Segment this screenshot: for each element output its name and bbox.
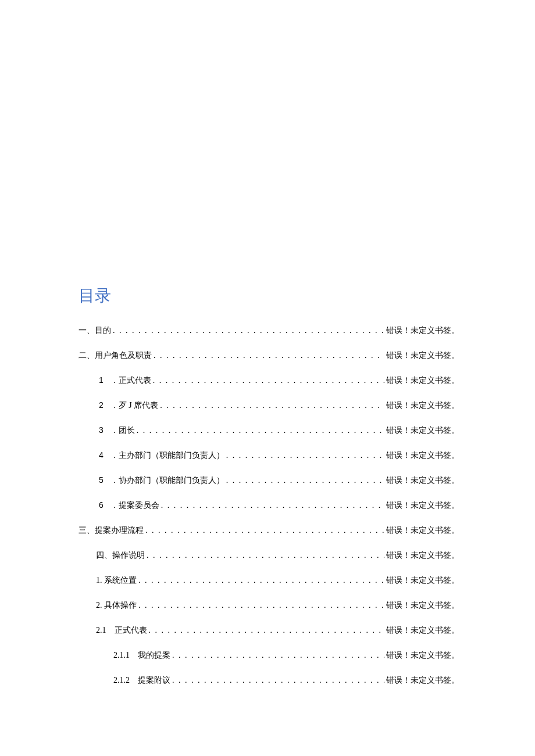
toc-entry-page: 错误！未定义书签。 — [386, 424, 459, 436]
toc-leader-dots: . . . . . . . . . . . . . . . . . . . . … — [160, 399, 384, 411]
toc-entry[interactable]: 6．提案委员会. . . . . . . . . . . . . . . . .… — [79, 499, 459, 511]
toc-entry-page: 错误！未定义书签。 — [386, 524, 459, 536]
toc-entry-page: 错误！未定义书签。 — [386, 574, 459, 586]
toc-entry-page: 错误！未定义书签。 — [386, 399, 459, 411]
toc-entry[interactable]: 一、目的. . . . . . . . . . . . . . . . . . … — [79, 324, 459, 336]
toc-entry-text: ．歹 J 席代表 — [110, 401, 158, 410]
toc-entry[interactable]: 2.1.2 提案附议. . . . . . . . . . . . . . . … — [79, 674, 459, 686]
toc-entry-label: 四、操作说明 — [96, 549, 145, 561]
toc-entry-text: 2. 具体操作 — [96, 601, 137, 610]
toc-entry-page: 错误！未定义书签。 — [386, 374, 459, 386]
toc-entry-label: 4．主办部门（职能部门负责人） — [99, 449, 224, 461]
toc-entry[interactable]: 4．主办部门（职能部门负责人）. . . . . . . . . . . . .… — [79, 449, 459, 461]
toc-entry-text: 2.1 正式代表 — [96, 626, 147, 635]
toc-entry[interactable]: 三、提案办理流程. . . . . . . . . . . . . . . . … — [79, 524, 459, 536]
toc-entry[interactable]: 1. 系统位置. . . . . . . . . . . . . . . . .… — [79, 574, 459, 586]
toc-entry-page: 错误！未定义书签。 — [386, 549, 459, 561]
toc-entry-number: 1 — [99, 375, 104, 385]
toc-entry-label: 三、提案办理流程 — [79, 524, 144, 536]
toc-entry[interactable]: 2. 具体操作. . . . . . . . . . . . . . . . .… — [79, 599, 459, 611]
toc-entry-page: 错误！未定义书签。 — [386, 449, 459, 461]
toc-entry-label: 1．正式代表 — [99, 374, 151, 386]
toc-entry-text: ．提案委员会 — [110, 501, 159, 510]
toc-entry-page: 错误！未定义书签。 — [386, 599, 459, 611]
toc-entry[interactable]: 二、用户角色及职责. . . . . . . . . . . . . . . .… — [79, 349, 459, 361]
toc-entry-label: 2.1.1 我的提案 — [113, 649, 170, 661]
toc-entry-text: 2.1.1 我的提案 — [113, 651, 170, 660]
toc-leader-dots: . . . . . . . . . . . . . . . . . . . . … — [172, 674, 384, 686]
toc-leader-dots: . . . . . . . . . . . . . . . . . . . . … — [161, 499, 384, 511]
toc-entry-number: 3 — [99, 425, 104, 435]
toc-entry-text: 1. 系统位置 — [96, 576, 137, 585]
toc-leader-dots: . . . . . . . . . . . . . . . . . . . . … — [147, 549, 384, 561]
toc-entry-label: 3．团长 — [99, 424, 135, 436]
toc-entry-page: 错误！未定义书签。 — [386, 674, 459, 686]
toc-entry-label: 2.1.2 提案附议 — [113, 674, 170, 686]
toc-entry-label: 2.1 正式代表 — [96, 624, 147, 636]
toc-entry[interactable]: 1．正式代表. . . . . . . . . . . . . . . . . … — [79, 374, 459, 386]
toc-entry[interactable]: 四、操作说明. . . . . . . . . . . . . . . . . … — [79, 549, 459, 561]
toc-entry-text: 2.1.2 提案附议 — [113, 676, 170, 685]
document-page: 目录 一、目的. . . . . . . . . . . . . . . . .… — [0, 0, 535, 686]
toc-leader-dots: . . . . . . . . . . . . . . . . . . . . … — [172, 649, 384, 661]
toc-entry-label: 5．协办部门（职能部门负责人） — [99, 474, 224, 486]
toc-leader-dots: . . . . . . . . . . . . . . . . . . . . … — [145, 524, 384, 536]
toc-entry-label: 6．提案委员会 — [99, 499, 159, 511]
toc-entry[interactable]: 2.1.1 我的提案. . . . . . . . . . . . . . . … — [79, 649, 459, 661]
toc-entry-page: 错误！未定义书签。 — [386, 474, 459, 486]
toc-leader-dots: . . . . . . . . . . . . . . . . . . . . … — [138, 574, 384, 586]
toc-entry[interactable]: 2．歹 J 席代表. . . . . . . . . . . . . . . .… — [79, 399, 459, 411]
toc-entry-page: 错误！未定义书签。 — [386, 624, 459, 636]
toc-leader-dots: . . . . . . . . . . . . . . . . . . . . … — [226, 474, 384, 486]
toc-entry-page: 错误！未定义书签。 — [386, 349, 459, 361]
toc-entry-page: 错误！未定义书签。 — [386, 324, 459, 336]
toc-entry-text: 一、目的 — [79, 326, 111, 335]
toc-leader-dots: . . . . . . . . . . . . . . . . . . . . … — [138, 599, 384, 611]
toc-entry-number: 2 — [99, 400, 104, 410]
toc-entry-number: 6 — [99, 500, 104, 510]
toc-entry-number: 5 — [99, 475, 104, 485]
toc-entry-page: 错误！未定义书签。 — [386, 499, 459, 511]
toc-leader-dots: . . . . . . . . . . . . . . . . . . . . … — [226, 449, 384, 461]
toc-entry-text: ．主办部门（职能部门负责人） — [110, 451, 224, 460]
toc-entry-text: ．团长 — [110, 426, 135, 435]
toc-entry-label: 2. 具体操作 — [96, 599, 137, 611]
toc-entry-text: ．正式代表 — [110, 376, 151, 385]
toc-entry-label: 二、用户角色及职责 — [79, 349, 152, 361]
toc-leader-dots: . . . . . . . . . . . . . . . . . . . . … — [154, 349, 384, 361]
toc-entry-number: 4 — [99, 450, 104, 460]
toc-leader-dots: . . . . . . . . . . . . . . . . . . . . … — [153, 374, 384, 386]
toc-leader-dots: . . . . . . . . . . . . . . . . . . . . … — [137, 424, 384, 436]
toc-entry-label: 2．歹 J 席代表 — [99, 399, 158, 411]
toc-entry[interactable]: 3．团长. . . . . . . . . . . . . . . . . . … — [79, 424, 459, 436]
toc-entry-page: 错误！未定义书签。 — [386, 649, 459, 661]
toc-leader-dots: . . . . . . . . . . . . . . . . . . . . … — [149, 624, 385, 636]
toc-entry-text: 三、提案办理流程 — [79, 526, 144, 535]
toc-entry-label: 一、目的 — [79, 324, 111, 336]
toc-entry-label: 1. 系统位置 — [96, 574, 137, 586]
toc-entry-text: ．协办部门（职能部门负责人） — [110, 476, 224, 485]
toc-entry[interactable]: 5．协办部门（职能部门负责人）. . . . . . . . . . . . .… — [79, 474, 459, 486]
toc-list: 一、目的. . . . . . . . . . . . . . . . . . … — [79, 324, 459, 686]
toc-leader-dots: . . . . . . . . . . . . . . . . . . . . … — [113, 324, 384, 336]
toc-entry-text: 二、用户角色及职责 — [79, 351, 152, 360]
toc-entry[interactable]: 2.1 正式代表. . . . . . . . . . . . . . . . … — [79, 624, 459, 636]
toc-entry-text: 四、操作说明 — [96, 551, 145, 560]
toc-title: 目录 — [79, 285, 459, 307]
